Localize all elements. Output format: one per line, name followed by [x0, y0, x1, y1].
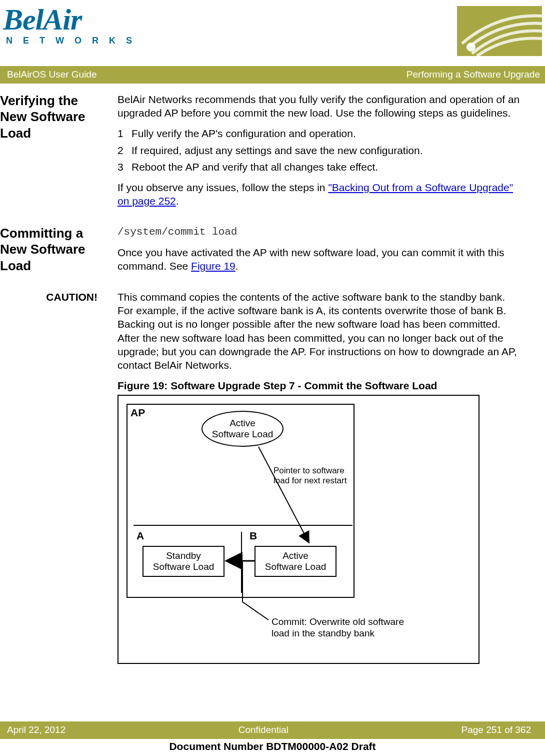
body-post: .	[236, 260, 238, 272]
doc-number: Document Number BDTM00000-A02 Draft	[0, 739, 545, 753]
section-caution: CAUTION! This command copies the content…	[0, 290, 540, 664]
svg-point-1	[466, 43, 476, 52]
ap-label: AP	[130, 406, 145, 419]
title-bar: BelAirOS User Guide Performing a Softwar…	[0, 66, 545, 84]
guide-name: BelAirOS User Guide	[7, 69, 97, 81]
ellipse-line2: Software Load	[212, 429, 274, 439]
step-number: 2	[118, 144, 132, 157]
footer-date: April 22, 2012	[7, 724, 66, 736]
outro-post: .	[176, 195, 179, 207]
step-text: If required, adjust any settings and sav…	[132, 144, 423, 157]
pointer-line2: load for next restart	[274, 476, 346, 485]
bank-a-label: A	[136, 529, 144, 542]
figure-caption: Figure 19: Software Upgrade Step 7 - Com…	[118, 379, 521, 392]
chapter-name: Performing a Software Upgrade	[406, 69, 540, 81]
figure-diagram: AP Active Software Load Pointer to softw…	[118, 395, 480, 664]
logo-top: BelAir	[3, 6, 136, 33]
commit-line1: Commit: Overwrite old software	[272, 616, 404, 627]
section-committing: Committing a New Software Load /system/c…	[0, 225, 540, 280]
ellipse-line1: Active	[230, 418, 256, 428]
logo-bottom: N E T W O R K S	[3, 35, 136, 47]
step-list: 1Fully verify the AP's configuration and…	[118, 127, 521, 174]
commit-body: Once you have activated the AP with new …	[118, 246, 521, 273]
step-text: Fully verify the AP's configuration and …	[132, 127, 356, 140]
heading-committing: Committing a New Software Load	[0, 225, 108, 274]
active-load-ellipse: Active Software Load	[202, 411, 284, 447]
divider-line	[134, 525, 352, 526]
footer-confidential: Confidential	[238, 724, 288, 736]
command-text: /system/commit load	[118, 225, 521, 239]
bank-b-label: B	[250, 529, 257, 542]
bank-b-line2: Software Load	[265, 561, 326, 572]
footer-page: Page 251 of 362	[462, 724, 531, 736]
figure-link[interactable]: Figure 19	[191, 260, 236, 272]
page-header: BelAir N E T W O R K S	[0, 0, 545, 56]
bank-b-line1: Active	[282, 550, 308, 561]
commit-text: Commit: Overwrite old software load in t…	[272, 616, 462, 640]
wireless-logo	[457, 6, 542, 56]
pointer-line1: Pointer to software	[274, 466, 344, 475]
caution-label: CAUTION!	[0, 290, 108, 304]
section-verifying: Verifying the New Software Load BelAir N…	[0, 93, 540, 215]
content: Verifying the New Software Load BelAir N…	[0, 93, 545, 664]
step-text: Reboot the AP and verify that all change…	[132, 160, 378, 174]
belair-logo: BelAir N E T W O R K S	[3, 6, 136, 47]
step-number: 1	[118, 127, 132, 140]
list-item: 1Fully verify the AP's configuration and…	[118, 127, 521, 140]
bank-a-line1: Standby	[166, 550, 201, 561]
caution-text: This command copies the contents of the …	[118, 290, 521, 372]
standby-bank-box: Standby Software Load	[142, 546, 224, 577]
bank-a-line2: Software Load	[153, 561, 214, 572]
list-item: 2If required, adjust any settings and sa…	[118, 144, 521, 157]
list-item: 3Reboot the AP and verify that all chang…	[118, 160, 521, 174]
intro-text: BelAir Networks recommends that you full…	[118, 93, 521, 120]
active-bank-box: Active Software Load	[254, 546, 336, 577]
outro-pre: If you observe any issues, follow the st…	[118, 182, 328, 193]
outro-text: If you observe any issues, follow the st…	[118, 181, 521, 208]
body-pre: Once you have activated the AP with new …	[118, 247, 504, 272]
step-number: 3	[118, 160, 132, 174]
pointer-text: Pointer to software load for next restar…	[274, 466, 346, 486]
bank-divider	[241, 532, 242, 593]
heading-verifying: Verifying the New Software Load	[0, 93, 108, 142]
commit-line2: load in the standby bank	[272, 628, 374, 638]
footer-bar: April 22, 2012 Confidential Page 251 of …	[0, 721, 545, 739]
